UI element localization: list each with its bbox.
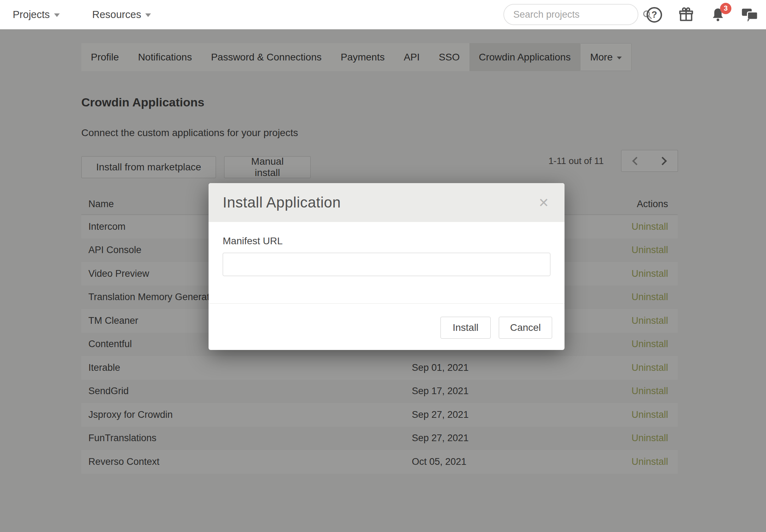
projects-menu-label: Projects	[13, 9, 50, 21]
gifts-button[interactable]	[678, 6, 695, 23]
modal-body: Manifest URL	[209, 222, 565, 276]
resources-menu[interactable]: Resources	[92, 9, 151, 21]
modal-header: Install Application ✕	[209, 183, 565, 222]
chevron-down-icon	[54, 13, 60, 17]
question-icon: ?	[647, 7, 662, 23]
modal-footer: Install Cancel	[209, 303, 565, 350]
search-input[interactable]	[504, 9, 642, 20]
manifest-url-label: Manifest URL	[223, 235, 550, 247]
resources-menu-label: Resources	[92, 9, 141, 21]
notifications-button[interactable]: 3	[709, 6, 726, 23]
top-navbar: Projects Resources ?	[0, 0, 766, 29]
help-button[interactable]: ?	[646, 6, 663, 23]
gift-icon	[678, 6, 695, 23]
navbar-icon-group: ? 3	[646, 0, 758, 29]
modal-title: Install Application	[223, 194, 341, 211]
chevron-down-icon	[145, 13, 151, 17]
chat-icon	[741, 7, 758, 23]
close-icon: ✕	[538, 195, 549, 210]
close-button[interactable]: ✕	[535, 183, 552, 222]
notification-count-badge: 3	[720, 3, 731, 14]
projects-menu[interactable]: Projects	[13, 9, 60, 21]
install-button[interactable]: Install	[440, 317, 491, 339]
project-search	[503, 4, 638, 25]
manifest-url-input[interactable]	[223, 253, 550, 276]
messages-button[interactable]	[741, 6, 758, 23]
cancel-button[interactable]: Cancel	[499, 317, 552, 339]
install-application-modal: Install Application ✕ Manifest URL Insta…	[209, 183, 565, 350]
